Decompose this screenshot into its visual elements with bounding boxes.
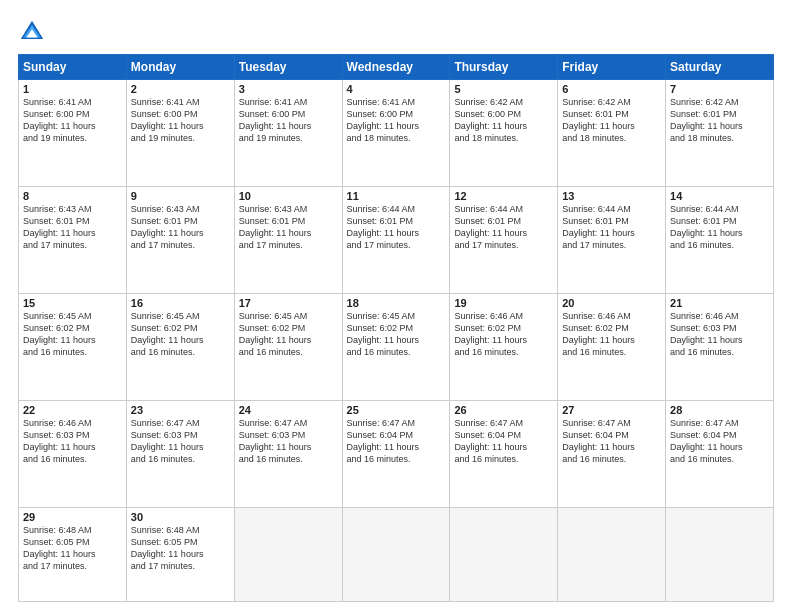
day-number: 2	[131, 83, 230, 95]
calendar-cell: 23Sunrise: 6:47 AM Sunset: 6:03 PM Dayli…	[126, 400, 234, 507]
calendar-cell: 26Sunrise: 6:47 AM Sunset: 6:04 PM Dayli…	[450, 400, 558, 507]
day-number: 27	[562, 404, 661, 416]
day-number: 14	[670, 190, 769, 202]
day-number: 12	[454, 190, 553, 202]
calendar-cell: 25Sunrise: 6:47 AM Sunset: 6:04 PM Dayli…	[342, 400, 450, 507]
calendar-cell: 19Sunrise: 6:46 AM Sunset: 6:02 PM Dayli…	[450, 293, 558, 400]
calendar-cell: 16Sunrise: 6:45 AM Sunset: 6:02 PM Dayli…	[126, 293, 234, 400]
calendar-cell: 12Sunrise: 6:44 AM Sunset: 6:01 PM Dayli…	[450, 186, 558, 293]
day-info: Sunrise: 6:44 AM Sunset: 6:01 PM Dayligh…	[670, 203, 769, 252]
calendar-cell: 22Sunrise: 6:46 AM Sunset: 6:03 PM Dayli…	[19, 400, 127, 507]
day-info: Sunrise: 6:46 AM Sunset: 6:02 PM Dayligh…	[454, 310, 553, 359]
calendar-cell: 14Sunrise: 6:44 AM Sunset: 6:01 PM Dayli…	[666, 186, 774, 293]
day-number: 7	[670, 83, 769, 95]
day-info: Sunrise: 6:46 AM Sunset: 6:03 PM Dayligh…	[23, 417, 122, 466]
day-number: 9	[131, 190, 230, 202]
day-info: Sunrise: 6:41 AM Sunset: 6:00 PM Dayligh…	[239, 96, 338, 145]
calendar-cell: 10Sunrise: 6:43 AM Sunset: 6:01 PM Dayli…	[234, 186, 342, 293]
calendar-cell: 8Sunrise: 6:43 AM Sunset: 6:01 PM Daylig…	[19, 186, 127, 293]
day-info: Sunrise: 6:44 AM Sunset: 6:01 PM Dayligh…	[454, 203, 553, 252]
calendar-cell: 6Sunrise: 6:42 AM Sunset: 6:01 PM Daylig…	[558, 80, 666, 187]
calendar-cell: 29Sunrise: 6:48 AM Sunset: 6:05 PM Dayli…	[19, 507, 127, 601]
day-number: 26	[454, 404, 553, 416]
day-number: 13	[562, 190, 661, 202]
calendar-cell: 18Sunrise: 6:45 AM Sunset: 6:02 PM Dayli…	[342, 293, 450, 400]
calendar-cell: 30Sunrise: 6:48 AM Sunset: 6:05 PM Dayli…	[126, 507, 234, 601]
col-header-sunday: Sunday	[19, 55, 127, 80]
day-info: Sunrise: 6:41 AM Sunset: 6:00 PM Dayligh…	[23, 96, 122, 145]
day-info: Sunrise: 6:45 AM Sunset: 6:02 PM Dayligh…	[23, 310, 122, 359]
calendar-table: SundayMondayTuesdayWednesdayThursdayFrid…	[18, 54, 774, 602]
calendar-cell: 4Sunrise: 6:41 AM Sunset: 6:00 PM Daylig…	[342, 80, 450, 187]
calendar-cell	[666, 507, 774, 601]
day-info: Sunrise: 6:41 AM Sunset: 6:00 PM Dayligh…	[347, 96, 446, 145]
col-header-friday: Friday	[558, 55, 666, 80]
day-info: Sunrise: 6:42 AM Sunset: 6:00 PM Dayligh…	[454, 96, 553, 145]
day-number: 16	[131, 297, 230, 309]
col-header-wednesday: Wednesday	[342, 55, 450, 80]
calendar-cell: 1Sunrise: 6:41 AM Sunset: 6:00 PM Daylig…	[19, 80, 127, 187]
day-number: 1	[23, 83, 122, 95]
calendar-cell: 9Sunrise: 6:43 AM Sunset: 6:01 PM Daylig…	[126, 186, 234, 293]
calendar-cell: 15Sunrise: 6:45 AM Sunset: 6:02 PM Dayli…	[19, 293, 127, 400]
day-info: Sunrise: 6:48 AM Sunset: 6:05 PM Dayligh…	[23, 524, 122, 573]
day-number: 24	[239, 404, 338, 416]
calendar-cell: 13Sunrise: 6:44 AM Sunset: 6:01 PM Dayli…	[558, 186, 666, 293]
page: SundayMondayTuesdayWednesdayThursdayFrid…	[0, 0, 792, 612]
day-info: Sunrise: 6:45 AM Sunset: 6:02 PM Dayligh…	[131, 310, 230, 359]
day-number: 6	[562, 83, 661, 95]
day-info: Sunrise: 6:47 AM Sunset: 6:04 PM Dayligh…	[670, 417, 769, 466]
calendar-cell: 2Sunrise: 6:41 AM Sunset: 6:00 PM Daylig…	[126, 80, 234, 187]
day-number: 19	[454, 297, 553, 309]
calendar-cell: 21Sunrise: 6:46 AM Sunset: 6:03 PM Dayli…	[666, 293, 774, 400]
day-info: Sunrise: 6:44 AM Sunset: 6:01 PM Dayligh…	[562, 203, 661, 252]
col-header-monday: Monday	[126, 55, 234, 80]
day-info: Sunrise: 6:48 AM Sunset: 6:05 PM Dayligh…	[131, 524, 230, 573]
day-info: Sunrise: 6:42 AM Sunset: 6:01 PM Dayligh…	[670, 96, 769, 145]
day-info: Sunrise: 6:45 AM Sunset: 6:02 PM Dayligh…	[239, 310, 338, 359]
day-number: 23	[131, 404, 230, 416]
day-info: Sunrise: 6:41 AM Sunset: 6:00 PM Dayligh…	[131, 96, 230, 145]
calendar-cell: 24Sunrise: 6:47 AM Sunset: 6:03 PM Dayli…	[234, 400, 342, 507]
day-info: Sunrise: 6:46 AM Sunset: 6:03 PM Dayligh…	[670, 310, 769, 359]
logo	[18, 18, 50, 46]
day-number: 5	[454, 83, 553, 95]
day-info: Sunrise: 6:43 AM Sunset: 6:01 PM Dayligh…	[131, 203, 230, 252]
day-number: 22	[23, 404, 122, 416]
day-info: Sunrise: 6:44 AM Sunset: 6:01 PM Dayligh…	[347, 203, 446, 252]
calendar-cell: 28Sunrise: 6:47 AM Sunset: 6:04 PM Dayli…	[666, 400, 774, 507]
day-number: 3	[239, 83, 338, 95]
day-number: 30	[131, 511, 230, 523]
col-header-tuesday: Tuesday	[234, 55, 342, 80]
day-info: Sunrise: 6:42 AM Sunset: 6:01 PM Dayligh…	[562, 96, 661, 145]
col-header-saturday: Saturday	[666, 55, 774, 80]
calendar-cell: 17Sunrise: 6:45 AM Sunset: 6:02 PM Dayli…	[234, 293, 342, 400]
day-info: Sunrise: 6:43 AM Sunset: 6:01 PM Dayligh…	[239, 203, 338, 252]
day-number: 21	[670, 297, 769, 309]
calendar-cell: 27Sunrise: 6:47 AM Sunset: 6:04 PM Dayli…	[558, 400, 666, 507]
col-header-thursday: Thursday	[450, 55, 558, 80]
day-number: 8	[23, 190, 122, 202]
day-number: 10	[239, 190, 338, 202]
day-number: 20	[562, 297, 661, 309]
day-info: Sunrise: 6:47 AM Sunset: 6:03 PM Dayligh…	[131, 417, 230, 466]
day-number: 28	[670, 404, 769, 416]
calendar-cell: 11Sunrise: 6:44 AM Sunset: 6:01 PM Dayli…	[342, 186, 450, 293]
calendar-cell	[558, 507, 666, 601]
calendar-cell: 20Sunrise: 6:46 AM Sunset: 6:02 PM Dayli…	[558, 293, 666, 400]
day-number: 17	[239, 297, 338, 309]
day-info: Sunrise: 6:45 AM Sunset: 6:02 PM Dayligh…	[347, 310, 446, 359]
day-info: Sunrise: 6:47 AM Sunset: 6:03 PM Dayligh…	[239, 417, 338, 466]
day-number: 4	[347, 83, 446, 95]
day-number: 18	[347, 297, 446, 309]
day-info: Sunrise: 6:47 AM Sunset: 6:04 PM Dayligh…	[454, 417, 553, 466]
day-info: Sunrise: 6:43 AM Sunset: 6:01 PM Dayligh…	[23, 203, 122, 252]
logo-icon	[18, 18, 46, 46]
calendar-cell	[234, 507, 342, 601]
calendar-cell: 7Sunrise: 6:42 AM Sunset: 6:01 PM Daylig…	[666, 80, 774, 187]
day-info: Sunrise: 6:47 AM Sunset: 6:04 PM Dayligh…	[347, 417, 446, 466]
calendar-cell	[342, 507, 450, 601]
day-number: 29	[23, 511, 122, 523]
header	[18, 18, 774, 46]
day-number: 15	[23, 297, 122, 309]
